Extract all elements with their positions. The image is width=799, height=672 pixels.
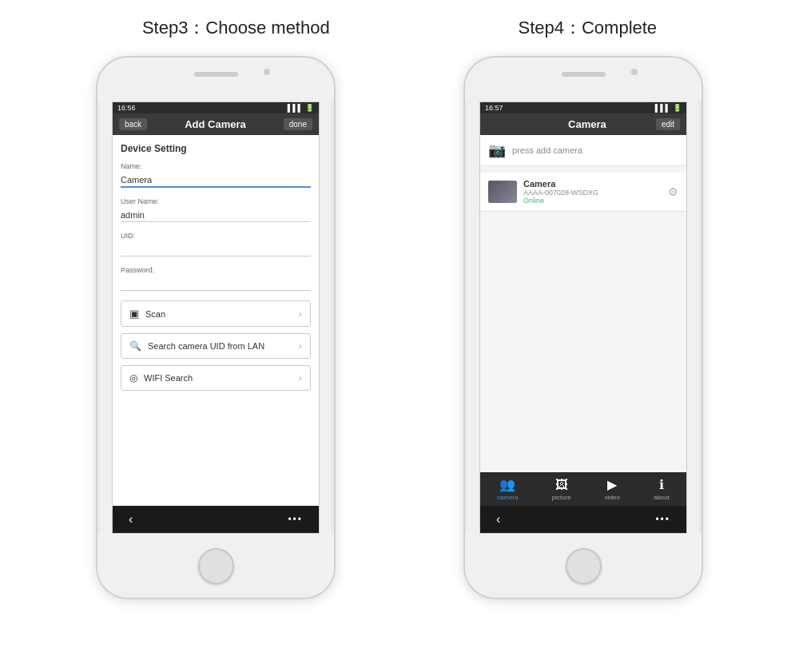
phone1-app-header: back Add Camera done: [113, 113, 319, 135]
picture-tab-icon: 🖼: [555, 478, 568, 492]
tab-camera[interactable]: 👥 camera: [497, 477, 519, 501]
scan-chevron: ›: [299, 308, 302, 320]
phones-container: 16:56 ▌▌▌ 🔋 back Add Camera done Device …: [0, 56, 799, 599]
step3-title: Step3：Choose method: [142, 16, 330, 40]
add-camera-icon: 📷: [488, 141, 506, 159]
phone2-top-bar: [465, 58, 702, 101]
about-tab-label: about: [654, 494, 670, 501]
camera-thumbnail: [488, 181, 517, 203]
phone1-content: Device Setting Name: User Name: UID:: [113, 135, 319, 506]
phone1-time: 16:56: [117, 104, 136, 112]
back-button[interactable]: back: [119, 118, 147, 130]
device-setting-title: Device Setting: [121, 143, 311, 154]
camera-item[interactable]: Camera AAAA-007028-WSDXG Online ⚙: [480, 173, 686, 212]
phone1-home-button[interactable]: [198, 548, 234, 584]
add-camera-title: Add Camera: [147, 118, 284, 130]
camera-list-title: Camera: [519, 118, 656, 130]
camera-tab-icon: 👥: [499, 477, 515, 492]
video-tab-label: video: [605, 494, 620, 501]
camera-status: Online: [523, 197, 662, 205]
add-camera-text: press add camera: [512, 145, 582, 155]
tab-picture[interactable]: 🖼 picture: [552, 478, 571, 501]
phone2-nav-bar: ‹ •••: [480, 506, 686, 533]
phone1-speaker: [194, 72, 238, 77]
tab-bar: 👥 camera 🖼 picture ▶ video ℹ about: [480, 472, 686, 506]
phone2-nav-back[interactable]: ‹: [496, 512, 500, 527]
camera-name: Camera: [523, 179, 662, 189]
tab-about[interactable]: ℹ about: [654, 477, 670, 501]
search-lan-label: Search camera UID from LAN: [148, 341, 264, 351]
video-tab-icon: ▶: [607, 477, 617, 492]
about-tab-icon: ℹ: [659, 477, 664, 492]
phone2-camera-dot: [631, 69, 638, 75]
phone1-battery: 🔋: [305, 104, 314, 112]
password-input[interactable]: [121, 277, 311, 291]
phone2-status-right: ▌▌▌ 🔋: [655, 104, 682, 112]
scan-label: Scan: [145, 309, 165, 319]
phone1-nav-bar: ‹ •••: [113, 506, 319, 533]
page-header: Step3：Choose method Step4：Complete: [0, 8, 799, 56]
empty-space: [480, 212, 686, 472]
camera-tab-label: camera: [497, 494, 519, 501]
phone2-screen: 16:57 ▌▌▌ 🔋 Camera edit 📷 press add came…: [479, 101, 687, 534]
phone2: 16:57 ▌▌▌ 🔋 Camera edit 📷 press add came…: [463, 56, 703, 599]
phone1-camera-dot: [264, 69, 270, 75]
phone2-status-bar: 16:57 ▌▌▌ 🔋: [480, 102, 686, 113]
phone2-speaker: [562, 72, 606, 77]
username-input[interactable]: [121, 209, 311, 222]
phone1-status-bar: 16:56 ▌▌▌ 🔋: [113, 102, 319, 113]
scan-button[interactable]: ▣ Scan ›: [121, 300, 311, 327]
phone2-nav-dots: •••: [655, 514, 670, 525]
wifi-icon: ◎: [129, 372, 137, 384]
phone1-top-bar: [97, 58, 334, 101]
phone2-signal: ▌▌▌: [655, 104, 670, 112]
phone1: 16:56 ▌▌▌ 🔋 back Add Camera done Device …: [96, 56, 336, 599]
picture-tab-label: picture: [552, 494, 571, 501]
add-camera-row[interactable]: 📷 press add camera: [480, 135, 686, 166]
search-lan-button[interactable]: 🔍 Search camera UID from LAN ›: [121, 333, 311, 359]
camera-uid: AAAA-007028-WSDXG: [523, 189, 662, 197]
phone1-screen: 16:56 ▌▌▌ 🔋 back Add Camera done Device …: [112, 101, 320, 534]
search-icon: 🔍: [129, 340, 141, 352]
scan-button-left: ▣ Scan: [129, 308, 165, 320]
phone2-time: 16:57: [485, 104, 503, 112]
uid-field: UID:: [121, 232, 311, 256]
camera-list-screen: 📷 press add camera Camera AAAA-007028-WS…: [480, 135, 686, 533]
name-input[interactable]: [121, 173, 311, 188]
done-button[interactable]: done: [284, 118, 312, 130]
step4-title: Step4：Complete: [518, 16, 657, 40]
name-label: Name:: [121, 162, 311, 170]
wifi-search-chevron: ›: [299, 372, 302, 384]
phone1-status-right: ▌▌▌ 🔋: [288, 104, 314, 112]
search-lan-left: 🔍 Search camera UID from LAN: [129, 340, 264, 352]
phone2-battery: 🔋: [673, 104, 682, 112]
password-field: Password:: [121, 266, 311, 291]
scan-icon: ▣: [129, 308, 139, 320]
uid-label: UID:: [121, 232, 311, 240]
wifi-search-button[interactable]: ◎ WIFI Search ›: [121, 365, 311, 391]
camera-info: Camera AAAA-007028-WSDXG Online: [523, 179, 662, 205]
phone1-signal: ▌▌▌: [288, 104, 303, 112]
search-lan-chevron: ›: [299, 340, 302, 352]
uid-input[interactable]: [121, 243, 311, 256]
phone1-nav-dots: •••: [288, 514, 303, 525]
name-field: Name:: [121, 162, 311, 188]
phone1-nav-back[interactable]: ‹: [129, 512, 133, 527]
username-label: User Name:: [121, 197, 311, 205]
camera-thumbnail-img: [488, 181, 517, 203]
tab-video[interactable]: ▶ video: [605, 477, 620, 501]
phone2-app-header: Camera edit: [480, 113, 686, 135]
phone2-home-button[interactable]: [566, 548, 602, 584]
phone2-bottom-bar: [465, 534, 702, 598]
wifi-search-label: WIFI Search: [144, 373, 193, 383]
edit-button[interactable]: edit: [656, 118, 680, 130]
password-label: Password:: [121, 266, 311, 274]
phone1-bottom-bar: [97, 534, 334, 598]
wifi-search-left: ◎ WIFI Search: [129, 372, 193, 384]
username-field: User Name:: [121, 197, 311, 222]
gear-icon[interactable]: ⚙: [668, 185, 678, 198]
